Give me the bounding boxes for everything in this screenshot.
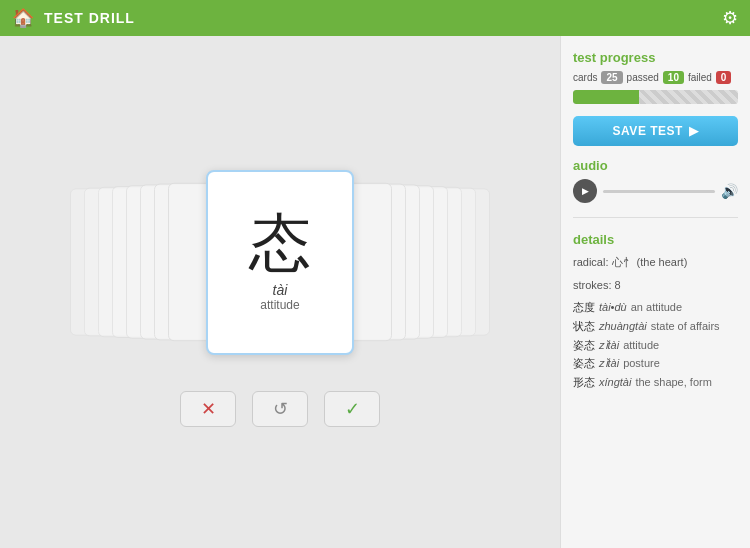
details-section: details radical: 心忄 (the heart) strokes:… bbox=[573, 232, 738, 392]
action-buttons: ✕ ↺ ✓ bbox=[180, 391, 380, 427]
vocab-meaning: an attitude bbox=[631, 298, 682, 317]
correct-button[interactable]: ✓ bbox=[324, 391, 380, 427]
vocab-chinese: 姿态 bbox=[573, 336, 595, 355]
cards-label: cards bbox=[573, 72, 597, 83]
retry-button[interactable]: ↺ bbox=[252, 391, 308, 427]
vocab-pinyin: zǐtài bbox=[599, 354, 619, 373]
card-area: 态 tài attitude ✕ ↺ ✓ bbox=[0, 36, 560, 548]
audio-controls: ▶ 🔊 bbox=[573, 179, 738, 203]
vocab-item-3: 姿态 zǐtài posture bbox=[573, 354, 738, 373]
vocab-pinyin: tài•dù bbox=[599, 298, 627, 317]
audio-title: audio bbox=[573, 158, 738, 173]
vocab-item-4: 形态 xíngtài the shape, form bbox=[573, 373, 738, 392]
vocab-item-1: 状态 zhuàngtài state of affairs bbox=[573, 317, 738, 336]
cards-count-badge: 25 bbox=[601, 71, 622, 84]
test-progress-section: test progress cards 25 passed 10 failed … bbox=[573, 50, 738, 104]
vocab-meaning: attitude bbox=[623, 336, 659, 355]
vocab-chinese: 状态 bbox=[573, 317, 595, 336]
divider bbox=[573, 217, 738, 218]
save-test-arrow: ▶ bbox=[689, 124, 699, 138]
vocab-pinyin: zhuàngtài bbox=[599, 317, 647, 336]
play-button[interactable]: ▶ bbox=[573, 179, 597, 203]
passed-label: passed bbox=[627, 72, 659, 83]
vocab-pinyin: zǐtài bbox=[599, 336, 619, 355]
flashcard-meaning: attitude bbox=[260, 298, 299, 312]
main-layout: 态 tài attitude ✕ ↺ ✓ test progress cards… bbox=[0, 36, 750, 548]
details-title: details bbox=[573, 232, 738, 247]
progress-bar bbox=[573, 90, 738, 104]
wrong-button[interactable]: ✕ bbox=[180, 391, 236, 427]
vocab-pinyin: xíngtài bbox=[599, 373, 631, 392]
flashcard-character: 态 bbox=[249, 212, 311, 274]
volume-icon[interactable]: 🔊 bbox=[721, 183, 738, 199]
test-progress-title: test progress bbox=[573, 50, 738, 65]
progress-badges: cards 25 passed 10 failed 0 bbox=[573, 71, 738, 84]
passed-count-badge: 10 bbox=[663, 71, 684, 84]
vocab-chinese: 态度 bbox=[573, 298, 595, 317]
progress-bar-fill bbox=[573, 90, 639, 104]
vocab-chinese: 姿态 bbox=[573, 354, 595, 373]
page-title: TEST DRILL bbox=[44, 10, 712, 26]
failed-count-badge: 0 bbox=[716, 71, 732, 84]
vocab-meaning: posture bbox=[623, 354, 660, 373]
right-panel: test progress cards 25 passed 10 failed … bbox=[560, 36, 750, 548]
save-test-label: SAVE TEST bbox=[613, 124, 683, 138]
details-content: radical: 心忄 (the heart) strokes: 8 态度 tà… bbox=[573, 253, 738, 392]
radical-info: radical: 心忄 (the heart) bbox=[573, 253, 738, 272]
audio-section: audio ▶ 🔊 bbox=[573, 158, 738, 203]
failed-label: failed bbox=[688, 72, 712, 83]
save-test-button[interactable]: SAVE TEST ▶ bbox=[573, 116, 738, 146]
card-stack: 态 tài attitude bbox=[70, 157, 490, 367]
audio-slider[interactable] bbox=[603, 190, 715, 193]
vocab-meaning: state of affairs bbox=[651, 317, 720, 336]
vocab-item-0: 态度 tài•dù an attitude bbox=[573, 298, 738, 317]
vocab-meaning: the shape, form bbox=[635, 373, 711, 392]
strokes-info: strokes: 8 bbox=[573, 276, 738, 295]
vocab-chinese: 形态 bbox=[573, 373, 595, 392]
gear-icon[interactable]: ⚙ bbox=[722, 7, 738, 29]
vocab-list: 态度 tài•dù an attitude状态 zhuàngtài state … bbox=[573, 298, 738, 391]
flashcard[interactable]: 态 tài attitude bbox=[206, 170, 354, 355]
header: 🏠 TEST DRILL ⚙ bbox=[0, 0, 750, 36]
home-icon[interactable]: 🏠 bbox=[12, 7, 34, 29]
vocab-item-2: 姿态 zǐtài attitude bbox=[573, 336, 738, 355]
flashcard-pinyin: tài bbox=[273, 282, 288, 298]
